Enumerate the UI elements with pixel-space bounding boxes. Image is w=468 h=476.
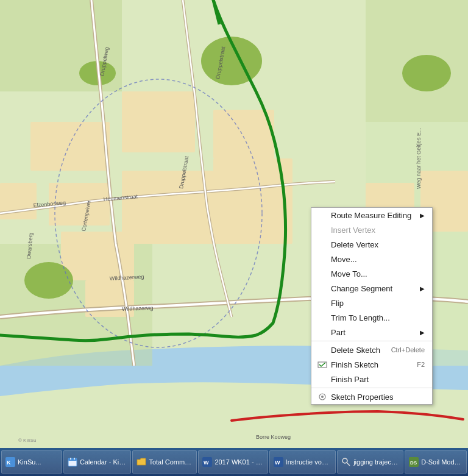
svg-point-19 bbox=[24, 262, 73, 299]
taskbar-label-total-commander: Total Comma... bbox=[149, 458, 193, 466]
svg-text:© KinSu: © KinSu bbox=[18, 438, 36, 443]
word-icon-2: W bbox=[274, 457, 283, 467]
menu-icon-flip bbox=[317, 298, 327, 308]
menu-label-route-measure-editing: Route Measure Editing bbox=[331, 211, 411, 220]
svg-text:Wildhazerwg: Wildhazerwg bbox=[122, 305, 154, 312]
svg-rect-9 bbox=[213, 110, 274, 158]
menu-icon-change-segment bbox=[317, 283, 327, 293]
svg-point-35 bbox=[321, 396, 324, 398]
menu-item-finish-part[interactable]: Finish Part bbox=[311, 372, 432, 386]
taskbar-item-word-wk01[interactable]: W 2017 WK01 - P... bbox=[198, 450, 268, 474]
taskbar-item-calendar[interactable]: Calendar - Kin... bbox=[63, 450, 131, 474]
menu-shortcut-finish-sketch: F2 bbox=[417, 361, 425, 368]
taskbar: K KinSu... Calendar - Kin... Total Comma… bbox=[0, 448, 468, 476]
search-icon bbox=[341, 457, 351, 467]
finish-sketch-icon bbox=[317, 360, 327, 369]
menu-label-finish-part: Finish Part bbox=[331, 375, 369, 384]
menu-icon-route bbox=[317, 210, 327, 220]
menu-label-sketch-properties: Sketch Properties bbox=[331, 393, 394, 402]
menu-separator-1 bbox=[311, 341, 432, 341]
svg-rect-39 bbox=[68, 458, 77, 461]
svg-text:Borre Kooweg: Borre Kooweg bbox=[256, 434, 291, 440]
context-menu: Route Measure Editing Insert Vertex Dele… bbox=[311, 207, 433, 405]
svg-text:DS: DS bbox=[410, 460, 417, 466]
menu-item-move[interactable]: Move... bbox=[311, 252, 432, 266]
menu-icon-move bbox=[317, 254, 327, 264]
menu-label-change-segment: Change Segment bbox=[331, 284, 392, 293]
menu-label-finish-sketch: Finish Sketch bbox=[331, 360, 378, 369]
svg-rect-12 bbox=[61, 232, 134, 280]
taskbar-item-instructie[interactable]: W Instructie voor... bbox=[269, 450, 336, 474]
menu-icon-insert bbox=[317, 225, 327, 235]
svg-rect-8 bbox=[122, 91, 195, 152]
menu-item-insert-vertex: Insert Vertex bbox=[311, 222, 432, 237]
menu-item-move-to[interactable]: Move To... bbox=[311, 266, 432, 281]
menu-label-part: Part bbox=[331, 328, 346, 337]
kinsu-icon: K bbox=[5, 457, 15, 467]
svg-text:K: K bbox=[7, 460, 11, 466]
menu-item-sketch-properties[interactable]: Sketch Properties bbox=[311, 389, 432, 404]
menu-icon-move-to bbox=[317, 269, 327, 279]
dsoil-icon: DS bbox=[409, 457, 419, 467]
calendar-icon bbox=[68, 457, 77, 467]
menu-icon-delete-sketch bbox=[317, 345, 327, 355]
menu-label-delete-vertex: Delete Vertex bbox=[331, 240, 378, 249]
menu-item-finish-sketch[interactable]: Finish Sketch F2 bbox=[311, 357, 432, 372]
svg-rect-5 bbox=[30, 122, 110, 171]
taskbar-label-instructie: Instructie voor... bbox=[286, 458, 332, 466]
taskbar-label-dsoil: D-Soil Mode... bbox=[421, 458, 463, 466]
menu-item-delete-vertex[interactable]: Delete Vertex bbox=[311, 237, 432, 252]
taskbar-item-dsoil[interactable]: DS D-Soil Mode... bbox=[405, 450, 467, 474]
menu-icon-part bbox=[317, 327, 327, 337]
svg-line-47 bbox=[347, 463, 350, 466]
taskbar-item-kinsu[interactable]: K KinSu... bbox=[1, 450, 62, 474]
taskbar-item-total-commander[interactable]: Total Comma... bbox=[132, 450, 197, 474]
taskbar-item-jigging[interactable]: jigging traject ... bbox=[337, 450, 403, 474]
menu-label-move: Move... bbox=[331, 255, 357, 264]
svg-text:Weg naar het Geitjes E...: Weg naar het Geitjes E... bbox=[416, 128, 422, 189]
menu-icon-delete bbox=[317, 240, 327, 249]
menu-item-part[interactable]: Part bbox=[311, 325, 432, 339]
taskbar-label-jigging: jigging traject ... bbox=[353, 458, 399, 466]
taskbar-label-calendar: Calendar - Kin... bbox=[80, 458, 127, 466]
svg-text:W: W bbox=[204, 460, 209, 466]
menu-label-insert-vertex: Insert Vertex bbox=[331, 226, 375, 235]
menu-item-trim-to-length[interactable]: Trim To Length... bbox=[311, 310, 432, 325]
menu-item-route-measure-editing[interactable]: Route Measure Editing bbox=[311, 208, 432, 222]
svg-point-18 bbox=[402, 55, 451, 91]
menu-label-trim-to-length: Trim To Length... bbox=[331, 313, 390, 322]
folder-icon bbox=[136, 457, 146, 467]
menu-label-delete-sketch: Delete Sketch bbox=[331, 346, 380, 355]
map-container: Druppelweg Elzenbosweg Wildhazerweg Wild… bbox=[0, 0, 468, 448]
menu-label-flip: Flip bbox=[331, 299, 344, 308]
menu-item-flip[interactable]: Flip bbox=[311, 296, 432, 310]
svg-rect-10 bbox=[122, 171, 213, 244]
menu-icon-finish-part bbox=[317, 374, 327, 384]
menu-item-delete-sketch[interactable]: Delete Sketch Ctrl+Delete bbox=[311, 343, 432, 357]
word-icon-1: W bbox=[202, 457, 212, 467]
menu-item-change-segment[interactable]: Change Segment bbox=[311, 281, 432, 296]
svg-text:W: W bbox=[275, 460, 280, 466]
menu-shortcut-delete-sketch: Ctrl+Delete bbox=[391, 346, 425, 353]
menu-icon-trim bbox=[317, 313, 327, 322]
menu-label-move-to: Move To... bbox=[331, 269, 367, 279]
menu-separator-2 bbox=[311, 388, 432, 388]
sketch-props-icon bbox=[317, 392, 327, 402]
taskbar-label-kinsu: KinSu... bbox=[18, 458, 41, 466]
svg-point-46 bbox=[342, 458, 347, 463]
taskbar-label-word-wk01: 2017 WK01 - P... bbox=[214, 458, 263, 466]
